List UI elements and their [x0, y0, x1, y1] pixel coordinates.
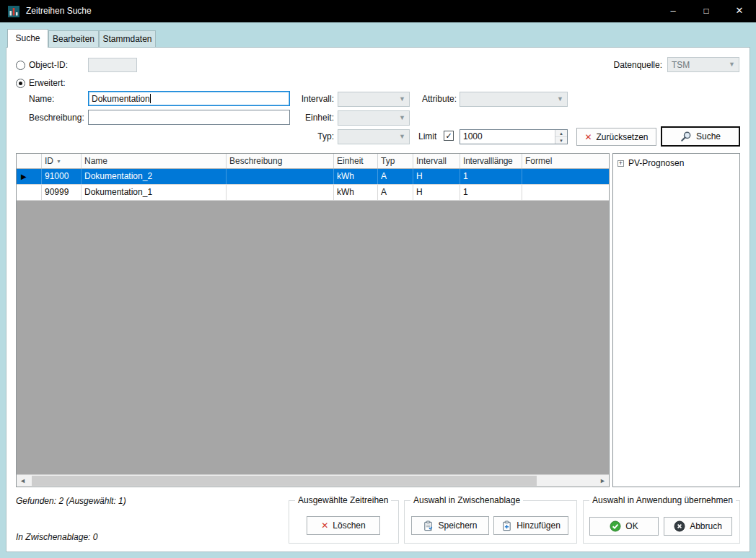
datenquelle-select: TSM ▼	[667, 57, 739, 72]
cell-intervalllaenge[interactable]: 1	[460, 185, 522, 200]
ok-label: OK	[625, 521, 638, 531]
dropdown-arrow-icon: ▼	[399, 96, 405, 103]
cell-formel[interactable]	[522, 185, 609, 200]
current-row-icon: ▶	[21, 173, 27, 180]
limit-label[interactable]: Limit	[418, 131, 436, 142]
cell-typ[interactable]: A	[378, 169, 413, 184]
cell-intervall[interactable]: H	[413, 185, 460, 200]
erweitert-radio[interactable]	[16, 79, 25, 88]
window-title: Zeitreihen Suche	[26, 0, 92, 22]
abbruch-label: Abbruch	[690, 521, 722, 531]
column-header-typ[interactable]: Typ	[378, 154, 413, 168]
object-id-input	[88, 58, 137, 72]
spin-down-button[interactable]: ▼	[555, 137, 567, 144]
abbruch-button[interactable]: Abbruch	[664, 517, 732, 536]
sort-desc-icon: ▼	[56, 159, 61, 164]
beschreibung-input[interactable]	[88, 110, 290, 125]
grid-empty-area	[17, 201, 609, 474]
cell-id[interactable]: 91000	[42, 169, 82, 184]
tab-stammdaten[interactable]: Stammdaten	[99, 30, 156, 47]
column-header-intervalllaenge[interactable]: Intervalllänge	[460, 154, 522, 168]
tab-bearbeiten[interactable]: Bearbeiten	[48, 30, 99, 47]
cell-intervalllaenge[interactable]: 1	[460, 169, 522, 184]
limit-value[interactable]: 1000	[460, 130, 555, 144]
app-window: Zeitreihen Suche – □ ✕ Suche Bearbeiten …	[0, 0, 756, 558]
tree-panel: + PV-Prognosen	[612, 153, 740, 487]
suche-label: Suche	[696, 131, 721, 141]
cell-typ[interactable]: A	[378, 185, 413, 200]
scroll-left-icon: ◄	[19, 477, 26, 484]
clipboard-add-icon	[501, 520, 512, 531]
titlebar: Zeitreihen Suche – □ ✕	[0, 0, 756, 22]
grid-header: ID ▼ Name Beschreibung Einheit Typ Inter…	[17, 154, 609, 169]
cell-id[interactable]: 90999	[42, 185, 82, 200]
row-selector-cell[interactable]	[17, 185, 42, 200]
tree-item-label: PV-Prognosen	[628, 158, 684, 168]
suche-button[interactable]: Suche	[661, 126, 740, 147]
zuruecksetzen-button[interactable]: ✕ Zurücksetzen	[576, 128, 656, 146]
scrollbar-track[interactable]	[29, 475, 597, 487]
intervall-label: Intervall:	[284, 93, 334, 105]
cell-intervall[interactable]: H	[413, 169, 460, 184]
column-header-einheit[interactable]: Einheit	[334, 154, 378, 168]
scroll-left-button[interactable]: ◄	[17, 475, 29, 487]
dropdown-arrow-icon: ▼	[399, 115, 405, 121]
horizontal-scrollbar[interactable]: ◄ ►	[17, 474, 609, 487]
cell-name[interactable]: Dokumentation_2	[82, 169, 227, 184]
close-icon: ✕	[736, 5, 744, 16]
status-found: Gefunden: 2 (Ausgewählt: 1)	[16, 496, 126, 506]
loeschen-button[interactable]: ✕ Löschen	[307, 516, 380, 535]
search-icon	[680, 131, 692, 142]
datenquelle-value: TSM	[672, 60, 690, 70]
cell-beschreibung[interactable]	[227, 185, 334, 200]
cell-beschreibung[interactable]	[227, 169, 334, 184]
spin-up-icon: ▲	[559, 131, 563, 136]
hinzufuegen-button[interactable]: Hinzufügen	[493, 516, 568, 535]
speichern-button[interactable]: Speichern	[411, 516, 489, 535]
group-selected-series: Ausgewählte Zeitreihen ✕ Löschen	[289, 500, 399, 544]
column-header-beschreibung[interactable]: Beschreibung	[227, 154, 334, 168]
column-header-selector[interactable]	[17, 154, 42, 168]
row-selector-cell[interactable]: ▶	[17, 169, 42, 184]
limit-input[interactable]: 1000 ▲ ▼	[460, 129, 568, 144]
dropdown-arrow-icon: ▼	[557, 96, 563, 103]
object-id-label[interactable]: Object-ID:	[29, 59, 68, 71]
tab-suche[interactable]: Suche	[7, 29, 48, 48]
cell-name[interactable]: Dokumentation_1	[82, 185, 227, 200]
cell-einheit[interactable]: kWh	[334, 169, 378, 184]
column-header-id[interactable]: ID ▼	[42, 154, 82, 168]
column-header-intervall[interactable]: Intervall	[413, 154, 460, 168]
maximize-icon: □	[703, 6, 708, 16]
results-grid: ID ▼ Name Beschreibung Einheit Typ Inter…	[16, 153, 610, 487]
speichern-label: Speichern	[438, 520, 477, 531]
cell-einheit[interactable]: kWh	[334, 185, 378, 200]
intervall-select: ▼	[338, 92, 410, 107]
tree-item-pv-prognosen[interactable]: + PV-Prognosen	[613, 154, 739, 168]
typ-select: ▼	[338, 129, 410, 144]
name-input[interactable]	[88, 91, 290, 106]
scrollbar-thumb[interactable]	[32, 476, 537, 486]
group-apply-title: Auswahl in Anwendung übernehmen	[589, 495, 736, 505]
object-id-radio[interactable]	[16, 61, 25, 70]
tree-expand-icon[interactable]: +	[617, 160, 624, 167]
maximize-button[interactable]: □	[690, 0, 723, 22]
close-button[interactable]: ✕	[723, 0, 756, 22]
cell-formel[interactable]	[522, 169, 609, 184]
limit-checkbox[interactable]: ✓	[444, 131, 454, 141]
beschreibung-label: Beschreibung:	[29, 112, 84, 123]
datenquelle-label: Datenquelle:	[592, 59, 662, 71]
text-caret	[150, 94, 151, 103]
table-row[interactable]: 90999 Dokumentation_1 kWh A H 1	[17, 185, 609, 201]
table-row[interactable]: ▶ 91000 Dokumentation_2 kWh A H 1	[17, 169, 609, 185]
status-clipboard: In Zwischenablage: 0	[16, 532, 97, 542]
erweitert-label[interactable]: Erweitert:	[29, 77, 66, 89]
name-label: Name:	[29, 93, 54, 105]
hinzufuegen-label: Hinzufügen	[517, 520, 561, 531]
scroll-right-button[interactable]: ►	[597, 475, 609, 487]
spin-down-icon: ▼	[559, 139, 563, 143]
column-header-formel[interactable]: Formel	[522, 154, 609, 168]
minimize-button[interactable]: –	[656, 0, 690, 22]
spin-up-button[interactable]: ▲	[555, 130, 567, 137]
column-header-name[interactable]: Name	[82, 154, 227, 168]
ok-button[interactable]: OK	[589, 517, 659, 536]
